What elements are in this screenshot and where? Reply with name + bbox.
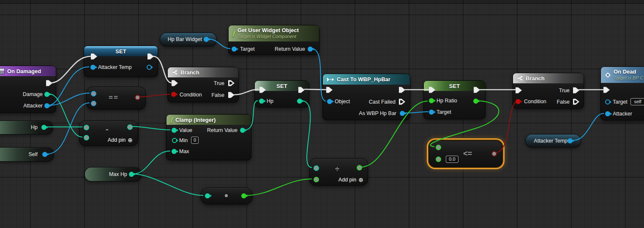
attacker-temp-in-pin[interactable] [90, 65, 96, 70]
hp-out-pin[interactable] [41, 125, 46, 130]
multiply-node[interactable] [200, 187, 253, 204]
exec-out-pin[interactable] [46, 80, 52, 86]
target-pin-label: Target [613, 99, 628, 105]
function-icon: ƒ [170, 116, 173, 123]
multiply-dot-icon [225, 194, 228, 197]
value-pin[interactable] [172, 128, 177, 133]
subtract-input-b-pin[interactable] [84, 135, 89, 140]
attacker-pin[interactable] [44, 103, 49, 108]
exec-out-pin[interactable] [147, 53, 154, 60]
max-pin-label: Max [179, 148, 189, 154]
true-exec-pin[interactable] [228, 80, 235, 86]
value-pin-label: Value [179, 127, 192, 133]
self-get-pill[interactable]: Self [0, 147, 54, 162]
lte-value-input[interactable]: 0.0 [446, 156, 458, 163]
wire-multiply-divide [246, 179, 312, 195]
target-pin[interactable] [232, 47, 237, 52]
exec-in-pin[interactable] [516, 87, 522, 93]
set-hp-node[interactable]: SET Hp [254, 80, 309, 107]
multiply-input-pin[interactable] [205, 193, 210, 198]
hp-bar-widget-pill[interactable]: Hp Bar Widget [160, 33, 217, 47]
set-hp-ratio-node[interactable]: SET Hp Ratio Target [423, 80, 486, 119]
exec-out-pin[interactable] [474, 87, 480, 93]
lte-symbol: <= [463, 149, 472, 158]
equals-node[interactable]: == [86, 87, 146, 110]
hp-ratio-out-pin[interactable] [473, 99, 478, 104]
subtract-node[interactable]: - Add pin ⊕ [79, 121, 138, 146]
cast-node[interactable]: Cast To WBP_HpBar Object Cast Failed As … [322, 74, 410, 120]
clamp-header: ƒ Clamp (Integer) [166, 115, 251, 125]
hp-out-pin[interactable] [297, 99, 302, 104]
on-dead-node[interactable]: On Dead Target is BP C Target self Attac… [600, 66, 644, 121]
clamp-return-pin[interactable] [240, 128, 245, 133]
condition-pin[interactable] [171, 92, 176, 97]
object-pin[interactable] [327, 99, 332, 104]
lte-result-pin[interactable] [491, 151, 497, 157]
blueprint-canvas[interactable]: On Damaged Damage Attacker SET Attacker … [0, 0, 644, 228]
attacker-pin-label: Attacker [23, 103, 43, 109]
exec-in-pin[interactable] [429, 87, 435, 93]
hp-in-pin[interactable] [259, 99, 264, 104]
min-pin-label: Min [179, 137, 188, 143]
self-out-pin[interactable] [42, 152, 47, 157]
target-self-input[interactable]: self [630, 98, 644, 105]
subtract-add-pin[interactable]: Add pin ⊕ [108, 137, 133, 143]
condition-pin[interactable] [516, 99, 521, 104]
divide-add-pin[interactable]: Add pin ⊕ [338, 177, 363, 183]
divide-input-a-pin[interactable] [314, 165, 319, 171]
set-attacker-temp-node[interactable]: SET Attacker Temp [84, 46, 158, 77]
exec-in-pin[interactable] [259, 87, 266, 93]
subtract-result-pin[interactable] [127, 124, 133, 130]
lte-input-a-pin[interactable] [436, 145, 441, 150]
clamp-return-label: Return Value [207, 127, 237, 133]
hp-get-pill[interactable]: Hp [0, 121, 53, 135]
as-wbp-hp-bar-pin[interactable] [400, 111, 405, 116]
divide-input-b-pin[interactable] [314, 177, 319, 182]
equals-input-b-pin[interactable] [91, 101, 96, 106]
less-equal-node[interactable]: 0.0 <= [429, 140, 502, 167]
target-pin[interactable] [605, 99, 610, 104]
on-damaged-node[interactable]: On Damaged Damage Attacker [0, 66, 56, 113]
exec-in-pin[interactable] [91, 53, 97, 60]
get-user-widget-object-node[interactable]: ƒ Get User Widget Object Target is Widge… [228, 25, 319, 55]
attacker-temp-out-pin[interactable] [147, 65, 152, 70]
branch-1-node[interactable]: Branch True Condition False [167, 67, 239, 102]
branch-2-title: Branch [526, 75, 545, 82]
true-exec-pin[interactable] [573, 87, 579, 93]
max-hp-out-pin[interactable] [129, 172, 134, 177]
exec-in-pin[interactable] [172, 80, 178, 86]
cast-failed-exec-pin[interactable] [399, 99, 405, 105]
attacker-temp-get-pill[interactable]: Attacker Temp [525, 134, 581, 148]
exec-in-pin[interactable] [603, 87, 610, 93]
equals-input-a-pin[interactable] [91, 91, 96, 96]
subtract-input-a-pin[interactable] [84, 125, 89, 130]
get-user-widget-object-header: ƒ Get User Widget Object Target is Widge… [229, 25, 319, 41]
branch-2-node[interactable]: Branch True Condition False [513, 73, 584, 109]
attacker-temp-out-pin[interactable] [568, 138, 573, 143]
false-exec-pin[interactable] [573, 99, 579, 105]
divide-node[interactable]: ÷ Add pin ⊕ [309, 158, 368, 186]
on-dead-subtitle: Target is BP C [614, 75, 643, 81]
exec-out-pin[interactable] [298, 87, 305, 93]
false-exec-pin[interactable] [228, 92, 235, 98]
lte-input-b-pin[interactable] [436, 157, 441, 162]
max-pin[interactable] [172, 149, 177, 154]
hp-bar-widget-out-pin[interactable] [204, 37, 209, 42]
equals-result-pin[interactable] [135, 95, 140, 100]
object-pin-label: Object [335, 99, 350, 104]
min-pin[interactable] [172, 138, 177, 143]
divide-result-pin[interactable] [357, 165, 362, 170]
exec-out-pin[interactable] [399, 87, 405, 93]
hp-ratio-in-pin[interactable] [429, 98, 434, 103]
max-hp-get-pill[interactable]: Max Hp [85, 167, 142, 181]
target-pin[interactable] [429, 110, 434, 115]
damage-pin[interactable] [44, 92, 49, 97]
clamp-node[interactable]: ƒ Clamp (Integer) Value Return Value Min… [166, 114, 251, 160]
return-value-pin[interactable] [308, 47, 313, 52]
attacker-pin[interactable] [605, 111, 610, 116]
exec-in-pin[interactable] [326, 87, 333, 93]
multiply-output-pin[interactable] [241, 193, 246, 198]
min-value-input[interactable]: 0 [191, 137, 199, 144]
attacker-temp-pin-label: Attacker Temp [98, 64, 132, 70]
false-pin-label: False [557, 99, 570, 105]
